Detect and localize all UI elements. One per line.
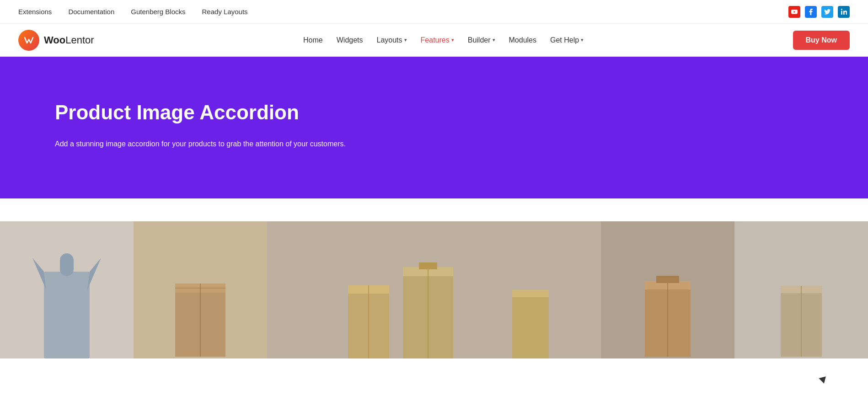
builder-chevron-icon: ▾	[493, 37, 495, 43]
accordion-panel-1	[0, 221, 134, 358]
main-menu: Home Widgets Layouts ▾ Features ▾ Builde…	[303, 36, 584, 44]
gethelp-chevron-icon: ▾	[581, 37, 584, 43]
accordion-panel-3	[267, 221, 601, 358]
menu-widgets[interactable]: Widgets	[337, 36, 363, 44]
nav-ready-layouts[interactable]: Ready Layouts	[202, 8, 248, 16]
svg-marker-3	[87, 258, 101, 290]
nav-gutenberg-blocks[interactable]: Gutenberg Blocks	[131, 8, 185, 16]
menu-layouts[interactable]: Layouts ▾	[377, 36, 407, 44]
svg-rect-15	[419, 262, 437, 269]
menu-get-help[interactable]: Get Help ▾	[550, 36, 584, 44]
nav-extensions[interactable]: Extensions	[18, 8, 52, 16]
twitter-icon[interactable]	[821, 6, 833, 18]
accordion-image-area	[0, 221, 868, 358]
hero-banner: Product Image Accordion Add a stunning i…	[0, 57, 868, 198]
logo[interactable]: WooLentor	[18, 30, 94, 51]
accordion-panel-2	[134, 221, 267, 358]
logo-icon	[18, 30, 39, 51]
facebook-icon[interactable]	[805, 6, 817, 18]
svg-rect-17	[512, 290, 549, 297]
youtube-icon[interactable]	[788, 6, 800, 18]
svg-rect-1	[44, 272, 90, 358]
menu-home[interactable]: Home	[303, 36, 323, 44]
menu-features[interactable]: Features ▾	[421, 36, 454, 44]
menu-builder[interactable]: Builder ▾	[468, 36, 495, 44]
content-section	[0, 198, 868, 377]
svg-rect-16	[512, 290, 549, 358]
svg-rect-4	[60, 253, 74, 276]
buy-now-button[interactable]: Buy Now	[793, 31, 850, 50]
linkedin-icon[interactable]	[838, 6, 850, 18]
accordion-panel-4	[601, 221, 734, 358]
top-bar-navigation: Extensions Documentation Gutenberg Block…	[18, 8, 248, 16]
logo-text: WooLentor	[44, 34, 94, 46]
accordion-panel-5	[734, 221, 868, 358]
features-chevron-icon: ▾	[451, 37, 454, 43]
top-bar: Extensions Documentation Gutenberg Block…	[0, 0, 868, 24]
svg-rect-21	[656, 276, 679, 283]
layouts-chevron-icon: ▾	[404, 37, 407, 43]
menu-modules[interactable]: Modules	[509, 36, 536, 44]
hero-description: Add a stunning image accordion for your …	[55, 138, 357, 150]
social-links	[788, 6, 850, 18]
hero-title: Product Image Accordion	[55, 101, 813, 125]
main-navigation: WooLentor Home Widgets Layouts ▾ Feature…	[0, 24, 868, 57]
svg-marker-2	[32, 258, 46, 290]
nav-documentation[interactable]: Documentation	[68, 8, 114, 16]
